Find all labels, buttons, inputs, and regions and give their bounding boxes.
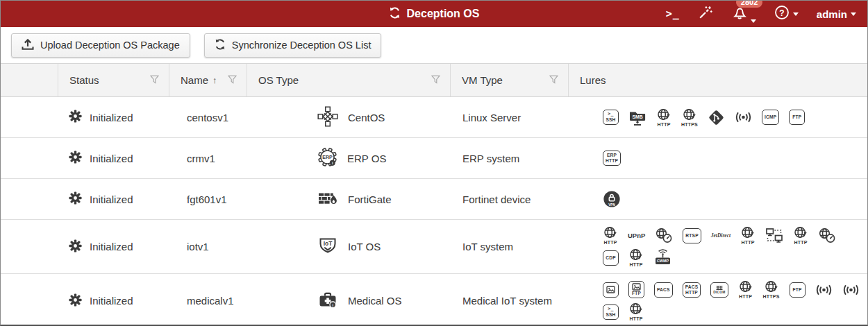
filter-icon[interactable] [150, 74, 159, 86]
page-title-text: Deception OS [407, 8, 480, 20]
table-row[interactable]: Initialized centosv1 CentOS Linux Server… [1, 97, 867, 138]
name-cell: medicalv1 [169, 295, 247, 307]
column-header-os-type[interactable]: OS Type [247, 64, 450, 96]
lure-upnp-icon: UPnP [628, 232, 645, 239]
lure-rtsp-icon: RTSP [683, 228, 701, 243]
gear-icon[interactable] [69, 191, 82, 207]
lure-pacs-http-icon: PACSHTTP [683, 282, 701, 298]
gear-icon[interactable] [69, 239, 82, 255]
help-icon: ? [774, 5, 790, 23]
lure-medical-image-icon [603, 282, 619, 298]
status-cell: Initialized [58, 151, 169, 166]
filter-icon[interactable] [549, 74, 558, 86]
os-type-cell: ERPi ERP OS [247, 147, 450, 169]
os-type-label: FortiGate [348, 194, 392, 205]
column-header-name[interactable]: Name↑ [169, 64, 247, 96]
lure-signal-icon [815, 284, 833, 296]
lure-http-icon: HTTP [738, 280, 753, 299]
gear-icon[interactable] [69, 110, 82, 125]
status-cell: Initialized [58, 239, 169, 255]
table-header-row: StatusName↑OS TypeVM TypeLures [1, 63, 867, 97]
lure-http-icon: HTTP [628, 302, 644, 321]
table-row[interactable]: Initialized crmv1 ERPi ERP OS ERP system… [1, 138, 867, 179]
lure-discovery-icon [655, 228, 673, 243]
vm-type-cell: Medical IoT system [450, 295, 568, 307]
lure-signal-icon [842, 284, 860, 296]
os-type-cell: FortiGate [247, 189, 450, 209]
lure-https-icon: HTTPS [763, 280, 780, 299]
os-type-cell: IoT IoT OS [247, 236, 450, 257]
status-cell: Initialized [58, 191, 169, 207]
svg-text:IoT: IoT [324, 240, 333, 247]
vm-type-cell: ERP system [450, 153, 568, 164]
upload-icon [22, 39, 34, 52]
vm-type-cell: IoT system [450, 241, 568, 252]
lure-ftp-icon: FTP [628, 281, 644, 298]
status-text: Initialized [90, 153, 133, 164]
lure-http-icon: HTTP [603, 226, 618, 245]
sort-asc-icon: ↑ [212, 75, 217, 85]
centos-os-icon [317, 106, 338, 129]
lures-cell: VPN [568, 184, 864, 214]
vm-type-cell: Linux Server [450, 112, 568, 123]
help-menu[interactable]: ? [774, 5, 799, 23]
upload-deception-os-package-button[interactable]: Upload Deception OS Package [11, 33, 190, 58]
username-label: admin [817, 8, 847, 20]
toolbar: Upload Deception OS Package Synchronize … [1, 27, 867, 63]
lures-cell: FTPPACSPACSHTTPDICOMHTTPHTTPSFTP>_SSHHTT… [568, 274, 864, 326]
name-cell: iotv1 [169, 241, 247, 252]
sync-icon [215, 39, 226, 52]
wizard-wand-icon[interactable] [698, 5, 713, 23]
lure-ssh-icon: >_SSH [603, 110, 619, 125]
refresh-icon[interactable] [389, 7, 401, 22]
table-row[interactable]: Initialized medicalv1 i Medical OS Medic… [1, 274, 867, 326]
svg-text:CWMP: CWMP [657, 259, 669, 263]
lure-cwmp-icon: CWMP [653, 249, 672, 266]
titlebar: Deception OS >_ 2802 ? admin [1, 1, 867, 27]
svg-text:VPN: VPN [608, 203, 615, 207]
notifications-menu[interactable]: 2802 [731, 5, 756, 23]
lure-git-icon [708, 109, 725, 126]
os-type-cell: i Medical OS [247, 291, 450, 311]
name-cell: centosv1 [169, 112, 247, 123]
app-window: Deception OS >_ 2802 ? admin Upload Dece… [0, 0, 868, 326]
lure-ftp-icon: FTP [790, 282, 806, 298]
status-text: Initialized [90, 112, 133, 123]
lure-http-icon: HTTP [656, 108, 671, 127]
lure-cdp-icon: CDP [603, 250, 619, 266]
column-header-status[interactable]: Status [58, 64, 169, 96]
table-row[interactable]: Initialized fgt601v1 FortiGate Fortinet … [1, 179, 867, 220]
iot-os-icon: IoT [317, 236, 338, 257]
lure-ftp-icon: FTP [789, 110, 805, 125]
fortigate-os-icon [317, 189, 338, 209]
chevron-down-icon [751, 19, 756, 23]
name-cell: fgt601v1 [169, 194, 247, 205]
filter-icon[interactable] [431, 74, 440, 86]
lure-icmp-icon: ICMP [762, 110, 779, 125]
cli-console-icon[interactable]: >_ [666, 8, 680, 20]
lures-cell: HTTPUPnPRTSPJetDirectHTTPHTTPCDPHTTPCWMP [568, 220, 864, 273]
filter-icon[interactable] [228, 74, 237, 86]
lure-erp-http-icon: ERPHTTP [603, 151, 621, 166]
erp-os-icon: ERPi [317, 147, 337, 169]
synchronize-deception-os-list-button[interactable]: Synchronize Deception OS List [204, 33, 382, 58]
name-cell: crmv1 [169, 153, 247, 164]
lure-vpn-icon: VPN [603, 190, 621, 208]
medical-os-icon: i [317, 291, 338, 311]
table-body: Initialized centosv1 CentOS Linux Server… [1, 97, 867, 326]
os-type-label: CentOS [348, 112, 385, 123]
table-row[interactable]: Initialized iotv1 IoT IoT OS IoT system … [1, 220, 867, 274]
os-type-label: Medical OS [348, 295, 402, 307]
status-text: Initialized [90, 194, 133, 205]
os-type-cell: CentOS [247, 106, 450, 129]
gear-icon[interactable] [69, 151, 82, 166]
vm-type-cell: Fortinet device [450, 194, 568, 205]
lure-ssh-icon: >_SSH [603, 304, 619, 320]
titlebar-actions: >_ 2802 ? admin [666, 1, 856, 27]
gear-icon[interactable] [69, 293, 82, 309]
column-header-vm-type[interactable]: VM Type [450, 64, 568, 96]
lures-cell: >_SSHSMBHTTPHTTPSICMPFTP [568, 102, 864, 133]
column-header-lures[interactable]: Lures [568, 64, 867, 96]
user-menu[interactable]: admin [817, 8, 856, 20]
lure-jetdirect-icon: JetDirect [711, 232, 731, 239]
